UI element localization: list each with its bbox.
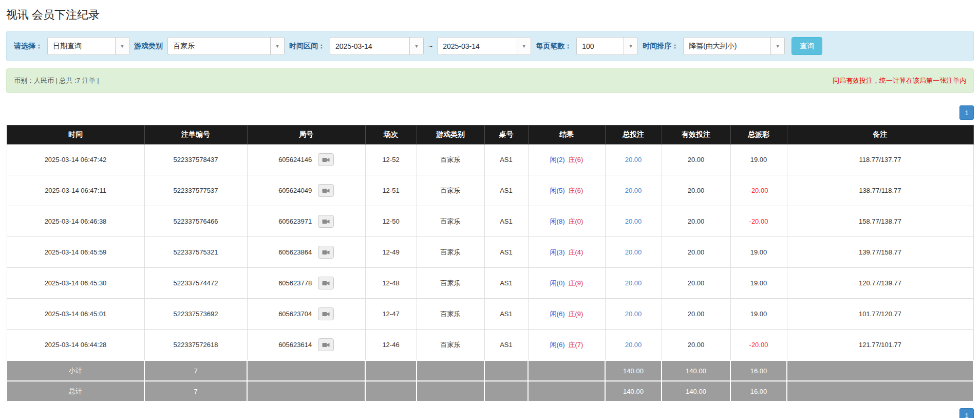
result-player: 闲(3) [550, 248, 565, 256]
search-button[interactable]: 查询 [791, 37, 822, 55]
cell-result: 闲(3)庄(4) [528, 237, 605, 268]
cell-round-id: 605624146 [247, 144, 365, 175]
cell-result: 闲(0)庄(9) [528, 268, 605, 299]
date-from-select[interactable]: 2025-03-14 ▼ [330, 37, 424, 55]
cell-total-bet: 20.00 [605, 144, 662, 175]
total-bet-link[interactable]: 20.00 [625, 341, 642, 349]
date-to-select[interactable]: 2025-03-14 ▼ [437, 37, 531, 55]
table-row: 2025-03-14 06:45:59 522337575321 6056238… [7, 237, 973, 268]
cell-total-bet: 20.00 [605, 268, 662, 299]
per-page-select[interactable]: 100 ▼ [576, 37, 638, 55]
filter-bar: 请选择： 日期查询 ▼ 游戏类别 百家乐 ▼ 时间区间： 2025-03-14 … [6, 31, 974, 61]
page-button-1[interactable]: 1 [959, 408, 974, 418]
cell-remark: 158.77/138.77 [787, 206, 973, 237]
cell-valid-bet: 20.00 [662, 268, 730, 299]
summary-cell: 7 [144, 360, 247, 381]
cell-session: 12-49 [365, 237, 417, 268]
cell-valid-bet: 20.00 [662, 144, 730, 175]
cell-total-bet: 20.00 [605, 237, 662, 268]
column-header: 总投注 [605, 125, 662, 144]
round-id-text: 605623971 [278, 217, 312, 225]
replay-button[interactable] [318, 246, 334, 259]
page-button-1[interactable]: 1 [959, 105, 974, 120]
replay-button[interactable] [318, 338, 334, 351]
query-type-label: 请选择： [14, 42, 43, 51]
replay-button[interactable] [318, 307, 334, 320]
cell-time: 2025-03-14 06:46:38 [7, 206, 144, 237]
result-banker: 庄(0) [569, 217, 583, 225]
cell-round-id: 605623614 [247, 330, 365, 361]
cell-remark: 121.77/101.77 [787, 330, 973, 361]
column-header: 局号 [247, 125, 365, 144]
replay-button[interactable] [318, 184, 334, 197]
chevron-down-icon[interactable]: ▼ [770, 38, 784, 54]
chevron-down-icon[interactable]: ▼ [624, 38, 637, 54]
cell-remark: 139.77/158.77 [787, 237, 973, 268]
cell-remark: 120.77/139.77 [787, 268, 973, 299]
chevron-down-icon[interactable]: ▼ [409, 38, 423, 54]
cell-payout: -20.00 [730, 330, 787, 361]
cell-session: 12-51 [365, 175, 417, 206]
replay-button[interactable] [318, 215, 334, 228]
cell-bet-id: 522337576466 [144, 206, 247, 237]
cell-result: 闲(6)庄(7) [528, 330, 605, 361]
cell-payout: 19.00 [730, 144, 787, 175]
summary-cell: 16.00 [730, 381, 787, 402]
result-banker: 庄(7) [569, 341, 583, 349]
video-icon [322, 249, 330, 256]
round-id-text: 605624049 [278, 187, 312, 194]
summary-cell [484, 360, 528, 381]
total-bet-link[interactable]: 20.00 [625, 217, 642, 225]
summary-cell [247, 381, 365, 402]
total-bet-link[interactable]: 20.00 [625, 156, 642, 163]
table-row: 2025-03-14 06:47:11 522337577537 6056240… [7, 175, 973, 206]
sort-select[interactable]: 降冪(由大到小) ▼ [683, 37, 785, 55]
result-banker: 庄(9) [569, 310, 583, 318]
chevron-down-icon[interactable]: ▼ [270, 38, 284, 54]
column-header: 结果 [528, 125, 605, 144]
column-header: 桌号 [484, 125, 528, 144]
total-bet-link[interactable]: 20.00 [625, 248, 642, 256]
result-player: 闲(6) [550, 310, 565, 318]
cell-payout: -20.00 [730, 206, 787, 237]
summary-cell [365, 360, 417, 381]
cell-session: 12-52 [365, 144, 417, 175]
summary-cell: 140.00 [605, 381, 662, 402]
column-header: 备注 [787, 125, 973, 144]
chevron-down-icon[interactable]: ▼ [517, 38, 531, 54]
bet-records-table: 时间注单编号局号场次游戏类别桌号结果总投注有效投注总派彩备注 2025-03-1… [6, 125, 974, 402]
video-icon [322, 219, 330, 225]
cell-session: 12-46 [365, 330, 417, 361]
summary-cell [787, 381, 973, 402]
result-player: 闲(2) [550, 156, 565, 163]
summary-cell [417, 360, 484, 381]
cell-remark: 138.77/118.77 [787, 175, 973, 206]
total-bet-link[interactable]: 20.00 [625, 187, 642, 194]
total-bet-link[interactable]: 20.00 [625, 310, 642, 318]
round-id-text: 605623704 [278, 310, 312, 318]
cell-bet-id: 522337575321 [144, 237, 247, 268]
chevron-down-icon[interactable]: ▼ [115, 38, 129, 54]
summary-cell: 16.00 [730, 360, 787, 381]
subtotal-row: 小计7140.00140.0016.00 [7, 360, 973, 381]
cell-bet-id: 522337572618 [144, 330, 247, 361]
result-player: 闲(8) [550, 217, 565, 225]
pagination-top: 1 [6, 105, 974, 120]
sort-value: 降冪(由大到小) [684, 38, 770, 54]
pagination-bottom: 1 [6, 408, 974, 418]
cell-round-id: 605623704 [247, 299, 365, 330]
cell-round-id: 605623778 [247, 268, 365, 299]
cell-time: 2025-03-14 06:45:30 [7, 268, 144, 299]
cell-total-bet: 20.00 [605, 330, 662, 361]
total-bet-link[interactable]: 20.00 [625, 279, 642, 287]
column-header: 游戏类别 [417, 125, 484, 144]
query-type-select[interactable]: 日期查询 ▼ [47, 37, 129, 55]
video-icon [322, 280, 330, 286]
replay-button[interactable] [318, 277, 334, 289]
cell-time: 2025-03-14 06:47:11 [7, 175, 144, 206]
replay-button[interactable] [318, 153, 334, 166]
game-type-select[interactable]: 百家乐 ▼ [167, 37, 285, 55]
cell-result: 闲(2)庄(6) [528, 144, 605, 175]
summary-cell [484, 381, 528, 402]
cell-table-no: AS1 [484, 206, 528, 237]
